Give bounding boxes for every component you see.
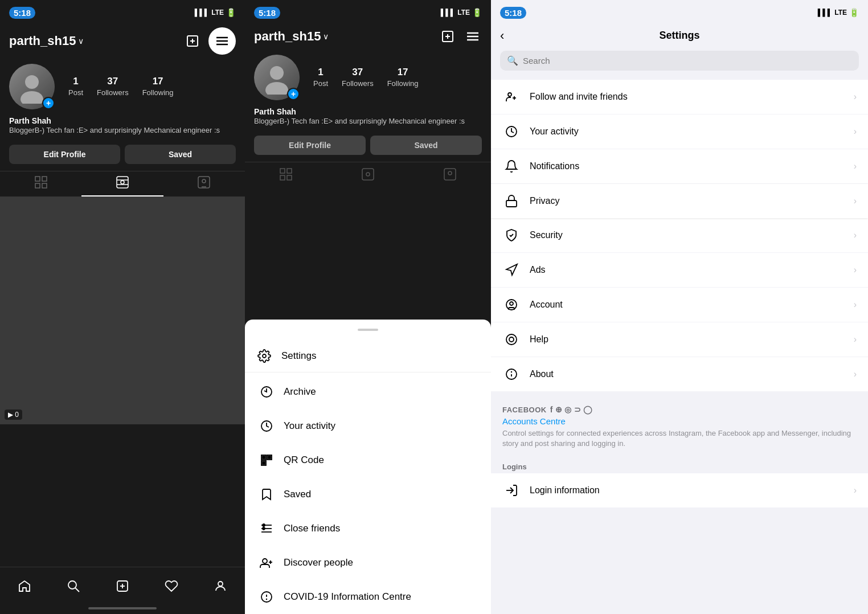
activity-chevron-icon: ›	[854, 126, 857, 137]
follow-icon	[502, 88, 521, 106]
account-icon	[502, 296, 521, 314]
fb-icon: f	[550, 405, 553, 414]
home-indicator-1	[88, 607, 157, 609]
settings-header: ‹ Settings	[491, 25, 868, 46]
add-story-button-1[interactable]: +	[42, 97, 55, 109]
edit-profile-button-1[interactable]: Edit Profile	[9, 145, 120, 164]
archive-label-menu: Archive	[284, 386, 316, 398]
menu-item-covid[interactable]: COVID-19 Information Centre	[245, 580, 491, 614]
new-post-button-1[interactable]	[183, 32, 202, 50]
nav-add-1[interactable]	[110, 574, 135, 599]
tab-tagged-1[interactable]	[163, 171, 245, 197]
status-icons-2: ▌▌▌ LTE 🔋	[441, 8, 482, 17]
settings-item-login-info[interactable]: Login information ›	[491, 473, 868, 507]
stat-followers-1[interactable]: 37 Followers	[97, 76, 129, 97]
play-badge-1: ▶ 0	[5, 410, 22, 420]
signal-icon-1: ▌▌▌	[195, 9, 210, 17]
login-info-chevron-icon: ›	[854, 485, 857, 496]
svg-point-38	[366, 173, 370, 176]
profile-buttons-1: Edit Profile Saved	[0, 142, 245, 171]
instagram-icon: ◎	[564, 405, 572, 414]
followers-count-1: 37	[97, 76, 129, 87]
back-button[interactable]: ‹	[500, 28, 504, 43]
tab-tagged-2	[409, 162, 491, 187]
stat-following-1[interactable]: 17 Following	[142, 76, 174, 97]
svg-rect-10	[35, 183, 40, 188]
settings-item-account[interactable]: Account ›	[491, 288, 868, 322]
svg-point-76	[508, 93, 511, 96]
nav-profile-1[interactable]	[208, 574, 233, 599]
search-input-3[interactable]	[523, 56, 852, 66]
svg-point-7	[21, 91, 43, 104]
saved-button-1[interactable]: Saved	[125, 145, 236, 164]
panel-settings: 5:18 ▌▌▌ LTE 🔋 ‹ Settings 🔍	[491, 0, 868, 614]
settings-item-privacy[interactable]: Privacy ›	[491, 184, 868, 218]
about-icon	[502, 365, 521, 383]
settings-item-about[interactable]: About ›	[491, 357, 868, 391]
settings-item-ads[interactable]: Ads ›	[491, 253, 868, 288]
menu-item-close-friends[interactable]: Close friends	[245, 511, 491, 546]
settings-item-notifications[interactable]: Notifications ›	[491, 149, 868, 184]
search-icon-3: 🔍	[507, 55, 518, 66]
follow-label: Follow and invite friends	[530, 92, 845, 102]
security-icon	[502, 226, 521, 244]
nav-heart-1[interactable]	[159, 574, 184, 599]
notifications-chevron-icon: ›	[854, 161, 857, 171]
saved-icon-menu	[259, 486, 275, 502]
edit-profile-button-2[interactable]: Edit Profile	[254, 136, 366, 155]
bottom-sheet: Settings Archive Your activity	[245, 320, 491, 614]
svg-point-41	[263, 354, 266, 358]
svg-point-19	[68, 581, 76, 589]
menu-item-qr[interactable]: QR Code	[245, 443, 491, 477]
search-bar[interactable]: 🔍	[500, 51, 859, 71]
security-chevron-icon: ›	[854, 230, 857, 240]
settings-item-security[interactable]: Security ›	[491, 218, 868, 253]
settings-item-follow[interactable]: Follow and invite friends ›	[491, 80, 868, 114]
tabs-row-2	[245, 162, 491, 187]
follow-chevron-icon: ›	[854, 92, 857, 102]
privacy-icon	[502, 192, 521, 210]
archive-icon-menu	[259, 384, 275, 400]
status-bar-3: 5:18 ▌▌▌ LTE 🔋	[491, 0, 868, 25]
settings-item-help[interactable]: Help ›	[491, 322, 868, 357]
svg-point-31	[270, 66, 284, 80]
stat-posts-1[interactable]: 1 Post	[68, 76, 83, 97]
svg-point-62	[263, 524, 265, 526]
username-1: parth_sh15	[9, 34, 76, 48]
nav-search-1[interactable]	[61, 574, 86, 599]
discover-icon-menu	[259, 555, 275, 571]
hamburger-button-1[interactable]	[208, 27, 236, 55]
svg-line-20	[75, 588, 79, 592]
covid-label-menu: COVID-19 Information Centre	[284, 591, 411, 603]
settings-item-activity[interactable]: Your activity ›	[491, 114, 868, 149]
new-post-button-2[interactable]	[439, 27, 457, 46]
nav-home-1[interactable]	[12, 574, 37, 599]
tab-grid-1[interactable]	[0, 171, 81, 197]
svg-rect-37	[362, 169, 374, 180]
menu-item-saved[interactable]: Saved	[245, 477, 491, 511]
close-friends-icon-menu	[259, 521, 275, 537]
activity-icon-menu	[259, 418, 275, 434]
battery-icon-1: 🔋	[226, 8, 236, 17]
covid-icon-menu	[259, 589, 275, 605]
username-row-1[interactable]: parth_sh15 ∨	[9, 34, 84, 48]
menu-item-archive[interactable]: Archive	[245, 375, 491, 409]
avatar-2: +	[254, 55, 300, 100]
account-label: Account	[530, 300, 845, 310]
accounts-centre-link[interactable]: Accounts Centre	[502, 414, 857, 428]
oculus-icon: ◯	[583, 405, 593, 414]
activity-icon-settings	[502, 122, 521, 141]
lte-label-1: LTE	[211, 9, 224, 17]
add-story-btn-2: +	[287, 88, 300, 100]
hamburger-button-2[interactable]	[464, 27, 482, 46]
menu-item-discover[interactable]: Discover people	[245, 546, 491, 580]
menu-item-activity[interactable]: Your activity	[245, 409, 491, 443]
settings-label-menu: Settings	[281, 350, 316, 362]
status-icons-1: ▌▌▌ LTE 🔋	[195, 8, 236, 17]
saved-button-2[interactable]: Saved	[370, 136, 482, 155]
menu-item-settings[interactable]: Settings	[245, 340, 491, 373]
tagged-icon-1	[198, 176, 210, 191]
avatar-1[interactable]: +	[9, 64, 55, 109]
tab-reels-1[interactable]	[81, 171, 163, 197]
svg-point-24	[218, 582, 223, 586]
